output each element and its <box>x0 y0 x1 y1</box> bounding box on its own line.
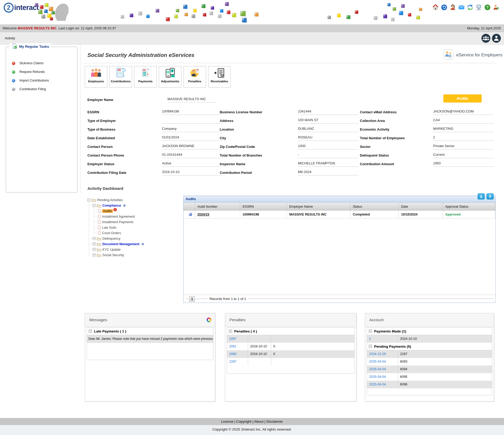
audit-number-link[interactable]: 2024/15 <box>195 211 240 218</box>
community-icon[interactable] <box>481 34 490 43</box>
account-link[interactable]: 2025-04-04 <box>367 358 398 366</box>
decorative-cube <box>41 15 45 19</box>
expand-icon[interactable]: + <box>93 243 96 245</box>
web-icon[interactable] <box>440 4 448 11</box>
collapse-icon[interactable]: − <box>89 330 92 333</box>
decorative-cube <box>185 13 188 16</box>
activity-dashboard-title: Activity Dashboard <box>87 186 123 191</box>
tree-node-law-suits[interactable]: Law Suits <box>98 225 179 230</box>
profile-icon[interactable] <box>492 34 501 43</box>
folder-icon <box>97 237 101 240</box>
toolbar-button-employees[interactable]: Employees <box>85 66 107 88</box>
penalty-id-link[interactable]: 2267 <box>227 358 248 366</box>
download-icon[interactable] <box>477 193 485 200</box>
row-selector-cell[interactable] <box>183 211 195 218</box>
tree-node-document-management[interactable]: +Document Management <box>93 241 179 247</box>
tree-node-audits[interactable]: Audits1 <box>98 208 179 214</box>
account-link[interactable]: 2025-04-04 <box>367 366 398 373</box>
tree-node-kyc-update[interactable]: +KYC Update <box>93 247 179 252</box>
decorative-cube <box>211 6 214 10</box>
decorative-cube <box>346 15 350 19</box>
decorative-cube <box>156 9 159 13</box>
tab-activity[interactable]: Activity <box>5 32 15 45</box>
upload-icon[interactable] <box>486 193 494 200</box>
tree-node-label[interactable]: Pending Activities <box>97 198 123 202</box>
tree-node-social-security[interactable]: +Social Security <box>93 252 179 258</box>
support-icon[interactable] <box>449 4 456 11</box>
account-link[interactable]: 2025-04-04 <box>367 381 398 388</box>
tree-node-label[interactable]: Social Security <box>102 253 124 257</box>
tree-node-label[interactable]: KYC Update <box>102 248 120 251</box>
footer-link-copyright[interactable]: Copyright <box>236 420 251 423</box>
penalty-id-link[interactable]: 2061 <box>227 343 248 350</box>
field-label: ESSRN <box>87 110 99 114</box>
footer-link-disclaimer[interactable]: Disclaimer <box>266 420 283 423</box>
footer-link-about[interactable]: About <box>254 420 263 423</box>
column-header[interactable]: ESSRN <box>240 203 287 211</box>
tree-node-court-orders[interactable]: Court Orders <box>98 230 179 236</box>
tree-node-label[interactable]: Document Management <box>102 242 139 246</box>
column-header[interactable]: Status <box>350 203 399 211</box>
message-row[interactable]: Dear Mr. James: Please note that you hav… <box>87 335 213 343</box>
tree-node-label[interactable]: Installment Agreement <box>102 215 135 218</box>
column-header[interactable]: Approval Status <box>443 203 495 211</box>
tree-node-delinquency[interactable]: +Delinquency <box>93 236 179 241</box>
tree-node-compliance[interactable]: −Compliance <box>93 203 179 208</box>
tree-node-label[interactable]: Delinquency <box>102 237 120 240</box>
collapse-icon[interactable]: − <box>87 198 90 201</box>
field-label: Employer Status <box>87 162 114 166</box>
tree-node-installment-payments[interactable]: Installment Payments <box>98 219 179 225</box>
column-header[interactable]: Employer Name <box>287 203 350 211</box>
account-link[interactable]: 2024-10-29 <box>367 350 398 358</box>
account-link[interactable]: 2 <box>367 335 398 343</box>
tree-node-label[interactable]: Installment Payments <box>102 220 134 224</box>
collapse-icon[interactable]: − <box>369 345 372 348</box>
penalties-list: − Penalties ( 4 ) 226720612024-10-100206… <box>227 327 355 374</box>
sidebar-item-import-contributions[interactable]: Import Contributions <box>12 79 49 82</box>
footer-link-license[interactable]: License <box>221 420 234 423</box>
tree-node-label[interactable]: Audits <box>102 209 113 213</box>
tree-node-label[interactable]: Court Orders <box>102 231 121 235</box>
toolbar-button-receivables[interactable]: $Receivables <box>208 66 231 88</box>
task-label: Import Contributions <box>19 79 49 82</box>
sidebar-item-sickness-claims[interactable]: Sickness Claims <box>12 61 44 65</box>
workstation-icon[interactable] <box>475 4 482 11</box>
tree-node-pending-activities[interactable]: −Pending Activities <box>87 197 179 203</box>
decorative-cube <box>202 4 206 8</box>
decorative-cube <box>49 7 53 11</box>
expand-icon[interactable]: + <box>93 237 96 240</box>
collapse-icon[interactable]: − <box>93 204 96 207</box>
folder-icon <box>97 253 101 257</box>
tree-node-label[interactable]: Law Suits <box>102 226 116 229</box>
sync-icon[interactable] <box>466 4 474 11</box>
toolbar-button-payments[interactable]: TAXPayments <box>134 66 157 88</box>
toolbar-button-contributions[interactable]: TAXContributions <box>109 66 132 88</box>
page-number-button[interactable]: 1 <box>189 296 195 302</box>
collapse-icon[interactable]: − <box>369 330 372 333</box>
sidebar-item-request-refunds[interactable]: Request Refunds <box>12 70 45 74</box>
column-header[interactable]: Date <box>399 203 443 211</box>
mail-icon[interactable] <box>458 4 465 11</box>
penalty-id-link[interactable]: 2060 <box>227 350 248 358</box>
task-bullet-icon <box>12 88 15 91</box>
column-header[interactable]: Audit Number <box>195 203 240 211</box>
sidebar-item-contribution-filing[interactable]: Contribution Filing <box>12 87 46 91</box>
help-icon[interactable]: ? <box>484 4 491 11</box>
collapse-icon[interactable]: − <box>229 330 232 333</box>
expand-icon[interactable]: + <box>93 248 96 251</box>
column-header[interactable] <box>183 203 195 211</box>
home-icon[interactable] <box>432 4 439 11</box>
penalty-id-link[interactable]: 2267 <box>227 335 248 343</box>
decorative-cube <box>387 3 391 6</box>
expand-icon[interactable]: + <box>93 254 96 256</box>
tree-node-label[interactable]: Compliance <box>102 204 121 207</box>
decorative-cube <box>255 13 259 17</box>
logout-icon[interactable] <box>492 4 500 11</box>
toolbar-button-adjustments[interactable]: $Adjustments <box>159 66 181 88</box>
toolbar-button-penalties[interactable]: Penalties <box>183 66 206 88</box>
tree-node-installment-agreement[interactable]: Installment Agreement <box>98 214 179 219</box>
field-label: Contribution Period <box>220 171 252 175</box>
refresh-icon[interactable] <box>207 318 211 322</box>
account-link[interactable]: 2025-04-04 <box>367 373 398 381</box>
profile-button[interactable]: Profile <box>443 94 482 103</box>
